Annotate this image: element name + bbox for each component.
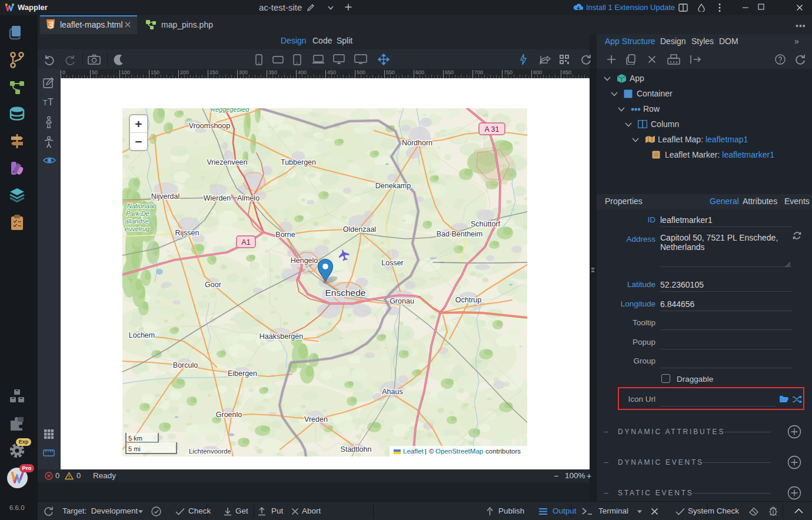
svg-text:700: 700 xyxy=(474,69,483,75)
svg-text:Gronau: Gronau xyxy=(390,297,414,305)
svg-text:Ahaus: Ahaus xyxy=(382,388,402,396)
svg-text:Bad Bentheim: Bad Bentheim xyxy=(437,230,483,238)
svg-text:500: 500 xyxy=(357,69,365,75)
svg-text:350: 350 xyxy=(268,69,277,75)
svg-text:Stadtlohn: Stadtlohn xyxy=(341,445,372,454)
svg-text:Vroomshoop: Vroomshoop xyxy=(189,122,230,130)
svg-text:5 km: 5 km xyxy=(128,435,142,442)
svg-text:Vreden: Vreden xyxy=(304,415,328,424)
svg-text:100: 100 xyxy=(121,69,130,75)
svg-text:Denekamp: Denekamp xyxy=(375,182,411,190)
svg-text:Schüttorf: Schüttorf xyxy=(471,220,501,228)
svg-text:Lochem: Lochem xyxy=(129,331,155,339)
svg-text:Rijssen: Rijssen xyxy=(175,229,199,237)
svg-text:Losser: Losser xyxy=(381,259,404,267)
svg-text:©: © xyxy=(429,448,434,455)
svg-text:Vriezenveen: Vriezenveen xyxy=(207,158,247,166)
svg-text:allandse: allandse xyxy=(125,218,149,225)
svg-text:Leaflet: Leaflet xyxy=(403,448,424,455)
svg-text:Tubbergen: Tubbergen xyxy=(281,158,316,166)
svg-text:contributors: contributors xyxy=(485,448,521,455)
svg-text:euvelrug: euvelrug xyxy=(125,225,150,232)
svg-text:Park De: Park De xyxy=(126,210,149,217)
svg-text:Nordhorn: Nordhorn xyxy=(402,139,432,147)
svg-text:450: 450 xyxy=(327,69,336,75)
svg-text:A1: A1 xyxy=(241,238,250,246)
svg-text:50: 50 xyxy=(92,69,98,75)
svg-text:OpenStreetMap: OpenStreetMap xyxy=(435,448,483,455)
svg-text:850: 850 xyxy=(563,69,571,75)
svg-text:200: 200 xyxy=(180,69,189,75)
svg-text:Wierden: Wierden xyxy=(204,194,231,202)
svg-text:550: 550 xyxy=(386,69,395,75)
svg-text:Goor: Goor xyxy=(205,281,221,289)
svg-text:Nationaal: Nationaal xyxy=(127,202,155,209)
svg-text:Oldenzaal: Oldenzaal xyxy=(343,225,376,234)
svg-text:150: 150 xyxy=(151,69,159,75)
svg-text:400: 400 xyxy=(298,69,307,75)
svg-text:0: 0 xyxy=(62,69,65,75)
svg-text:Enschede: Enschede xyxy=(325,288,366,298)
svg-text:Ochtrup: Ochtrup xyxy=(455,296,482,304)
svg-text:A 31: A 31 xyxy=(484,125,499,134)
svg-text:750: 750 xyxy=(504,69,513,75)
svg-text:|: | xyxy=(425,448,427,455)
svg-text:T: T xyxy=(43,99,48,106)
svg-text:Eibergen: Eibergen xyxy=(228,369,257,378)
svg-text:650: 650 xyxy=(445,69,454,75)
svg-text:Reggegebied: Reggegebied xyxy=(211,108,249,113)
svg-text:Haaksbergen: Haaksbergen xyxy=(259,332,303,341)
svg-text:−: − xyxy=(135,135,142,148)
svg-text:T: T xyxy=(48,97,54,106)
svg-text:Nijverdal: Nijverdal xyxy=(151,192,180,201)
svg-text:Lichtenvoorde: Lichtenvoorde xyxy=(189,448,231,455)
svg-text:300: 300 xyxy=(239,69,248,75)
svg-text:Groenlo: Groenlo xyxy=(216,411,242,419)
svg-text:800: 800 xyxy=(533,69,542,75)
svg-text:5 mi: 5 mi xyxy=(128,445,141,452)
svg-text:Hengelo: Hengelo xyxy=(291,256,318,265)
svg-text:+: + xyxy=(135,117,142,131)
svg-text:Borculo: Borculo xyxy=(173,361,198,369)
svg-text:250: 250 xyxy=(209,69,218,75)
svg-text:Borne: Borne xyxy=(275,231,295,239)
svg-text:Almelo: Almelo xyxy=(237,194,259,202)
svg-text:600: 600 xyxy=(415,69,424,75)
